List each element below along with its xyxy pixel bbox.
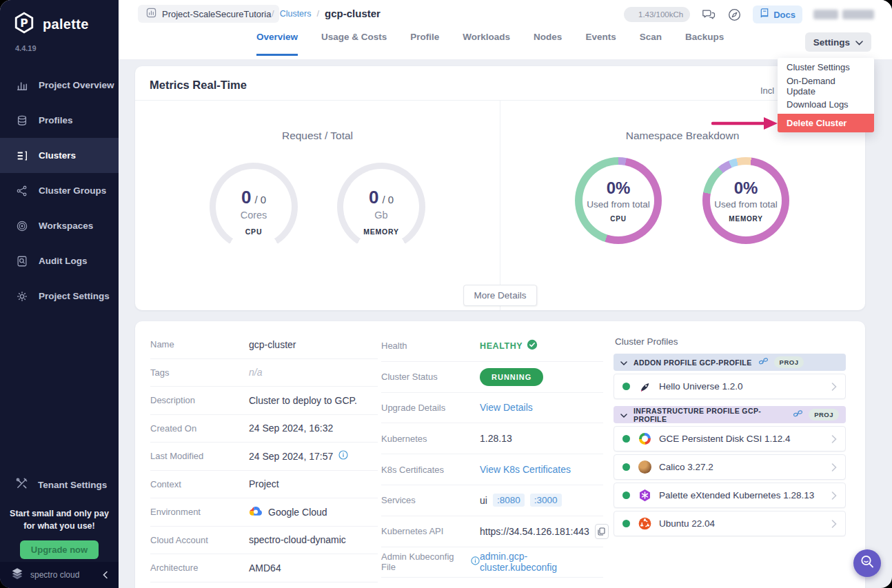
- details-column-middle: Health HEALTHY Cluster Status RUNNING Up…: [381, 331, 603, 578]
- chevron-right-icon: [831, 491, 837, 500]
- detail-value: Project: [249, 478, 279, 489]
- detail-label: Kubernetes: [381, 434, 480, 444]
- menu-item-download-logs[interactable]: Download Logs: [778, 95, 874, 114]
- chat-icon[interactable]: [701, 8, 716, 21]
- sidebar-item-cluster-groups[interactable]: Cluster Groups: [0, 173, 119, 208]
- chevron-down-icon: [620, 409, 627, 421]
- info-icon[interactable]: [338, 450, 348, 462]
- detail-value: gcp-cluster: [249, 339, 296, 350]
- cpu-gauge-total: / 0: [254, 194, 266, 205]
- detail-label: Services: [381, 495, 480, 505]
- memory-gauge-metric-label: MEMORY: [363, 227, 399, 236]
- menu-item-cluster-settings[interactable]: Cluster Settings: [778, 58, 874, 77]
- view-k8s-certificates-link[interactable]: View K8s Certificates: [480, 464, 571, 475]
- breadcrumb-clusters-link[interactable]: Clusters: [280, 9, 312, 19]
- sidebar-item-audit-logs[interactable]: Audit Logs: [0, 243, 119, 278]
- sidebar-item-tenant-settings[interactable]: Tenant Settings: [0, 469, 119, 500]
- breadcrumb-separator: /: [316, 8, 319, 19]
- audit-icon: [15, 254, 29, 268]
- tab-usage-costs[interactable]: Usage & Costs: [321, 32, 387, 54]
- collapse-sidebar-icon[interactable]: [102, 571, 109, 579]
- sidebar-item-label: Workspaces: [39, 221, 93, 231]
- tab-overview[interactable]: Overview: [256, 32, 298, 56]
- upgrade-now-button[interactable]: Upgrade now: [20, 540, 99, 559]
- detail-label: Cluster Status: [381, 372, 480, 382]
- sidebar-item-label: Audit Logs: [39, 256, 88, 266]
- addon-profile-band[interactable]: ADDON PROFILE GCP-PROFILE PROJ: [614, 354, 846, 371]
- settings-button[interactable]: Settings: [805, 32, 871, 52]
- detail-label: Cloud Account: [150, 535, 249, 545]
- sidebar-item-workspaces[interactable]: Workspaces: [0, 208, 119, 243]
- breadcrumb-separator: /: [272, 8, 274, 19]
- tab-profile[interactable]: Profile: [410, 32, 439, 54]
- sidebar-item-clusters[interactable]: Clusters: [0, 138, 119, 173]
- footer-brand-name: spectro cloud: [30, 570, 97, 580]
- tab-workloads[interactable]: Workloads: [463, 32, 510, 54]
- svg-text:P: P: [20, 17, 28, 30]
- profile-pack-palette-extended-kubernetes[interactable]: Palette eXtended Kubernetes 1.28.13: [614, 483, 846, 508]
- menu-item-on-demand-update[interactable]: On-Demand Update: [778, 77, 874, 95]
- tab-scan[interactable]: Scan: [640, 32, 662, 54]
- link-icon[interactable]: [758, 356, 768, 369]
- detail-row-last-modified: Last Modified 24 Sep 2024, 17:57: [150, 443, 378, 471]
- detail-label: Admin Kubeconfig File: [381, 551, 467, 572]
- tab-events[interactable]: Events: [585, 32, 616, 54]
- memory-gauge: 0 / 0 Gb MEMORY: [337, 163, 425, 251]
- sidebar-item-profiles[interactable]: Profiles: [0, 103, 119, 138]
- service-port-link[interactable]: :3000: [530, 494, 562, 507]
- infrastructure-profile-band[interactable]: INFRASTRUCTURE PROFILE GCP-PROFILE PROJ: [614, 406, 846, 423]
- profile-pack-calico[interactable]: Calico 3.27.2: [614, 454, 846, 480]
- sidebar-item-label: Cluster Groups: [39, 185, 106, 196]
- settings-dropdown-menu: Cluster Settings On-Demand Update Downlo…: [778, 58, 874, 132]
- link-icon[interactable]: [793, 409, 802, 421]
- upgrade-promo: Start small and only pay for what you us…: [0, 507, 119, 559]
- cpu-gauge-value: 0: [241, 187, 251, 208]
- metrics-realtime-card: Metrics Real-Time Incl Request / Total 0…: [135, 66, 865, 310]
- pxk-icon: [638, 489, 651, 503]
- google-cloud-icon: [249, 506, 263, 518]
- kubeconfig-download-link[interactable]: admin.gcp-cluster.kubeconfig: [480, 551, 603, 573]
- cluster-tabs: Overview Usage & Costs Profile Workloads…: [256, 32, 724, 56]
- layers-icon: [15, 114, 29, 128]
- detail-row-health: Health HEALTHY: [381, 331, 603, 362]
- pack-status-dot: [622, 491, 630, 499]
- breadcrumb: / Clusters / gcp-cluster: [272, 8, 381, 19]
- tab-nodes[interactable]: Nodes: [534, 32, 562, 54]
- settings-button-label: Settings: [813, 37, 850, 48]
- docs-button[interactable]: Docs: [753, 6, 802, 23]
- chevron-right-icon: [831, 520, 837, 528]
- memory-gauge-value: 0: [369, 187, 378, 208]
- user-account-redacted[interactable]: [813, 10, 874, 19]
- view-details-link[interactable]: View Details: [480, 402, 533, 413]
- sidebar-item-project-overview[interactable]: Project Overview: [0, 68, 119, 103]
- memory-gauge-total: / 0: [382, 194, 394, 205]
- clusters-icon: [15, 149, 29, 163]
- pack-name: Palette eXtended Kubernetes 1.28.13: [659, 490, 814, 500]
- api-endpoint-value: https://34.54.126.181:443: [480, 526, 589, 537]
- info-icon[interactable]: [471, 556, 480, 567]
- detail-value: Cluster to deploy to GCP.: [249, 395, 357, 406]
- profile-pack-hello-universe[interactable]: Hello Universe 1.2.0: [614, 374, 846, 399]
- sidebar-item-project-settings[interactable]: Project Settings: [0, 278, 119, 314]
- redacted-text: [842, 10, 874, 19]
- profile-pack-gce-disk[interactable]: GCE Persistent Disk CSI 1.12.4: [614, 426, 846, 452]
- detail-row-services: Services ui :8080 :3000: [381, 485, 603, 516]
- project-selector-chip[interactable]: Project-ScaleSecureTutoria: [138, 5, 279, 23]
- palette-logo-icon: P: [12, 11, 36, 37]
- detail-value: 24 Sep 2024, 16:32: [249, 423, 333, 434]
- service-port-link[interactable]: :8080: [493, 494, 525, 507]
- compass-icon[interactable]: [727, 8, 742, 22]
- more-details-button[interactable]: More Details: [463, 285, 538, 306]
- search-help-widget-button[interactable]: [853, 549, 881, 577]
- detail-value: Google Cloud: [268, 507, 327, 518]
- sidebar-item-label: Clusters: [39, 150, 76, 161]
- profile-pack-ubuntu[interactable]: Ubuntu 22.04: [614, 511, 846, 536]
- cluster-profiles-heading: Cluster Profiles: [615, 336, 846, 347]
- pack-name: GCE Persistent Disk CSI 1.12.4: [659, 434, 791, 444]
- brand-name: palette: [43, 17, 89, 32]
- copy-icon[interactable]: [595, 524, 609, 539]
- menu-item-delete-cluster[interactable]: Delete Cluster: [778, 114, 874, 132]
- detail-row-admin-kubeconfig: Admin Kubeconfig File admin.gcp-cluster.…: [381, 547, 603, 578]
- tab-backups[interactable]: Backups: [685, 32, 724, 54]
- sidebar-item-label: Project Settings: [39, 291, 110, 301]
